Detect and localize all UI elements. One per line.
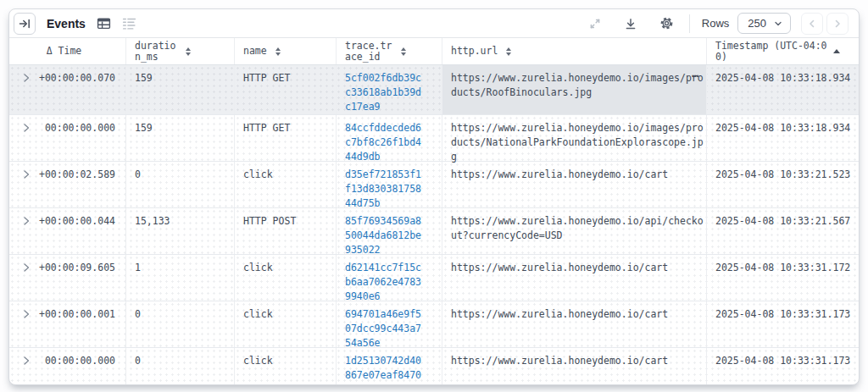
trace-id-link[interactable]: 1d25130742d40867e07eaf8470 [345, 354, 423, 383]
sort-icon [275, 47, 281, 56]
cell-duration-ms: 15,133 [126, 208, 235, 254]
cell-trace-id: 5cf002f6db39cc33618ab1b39dc17ea9 [337, 65, 442, 114]
column-header-name[interactable]: name [235, 38, 337, 64]
cell-delta-time: +00:00:00.070 [9, 65, 126, 114]
cell-trace-id: d62141cc7f15cb6aa7062e47839940e6 [337, 255, 442, 301]
table-view-toggle[interactable] [97, 16, 111, 30]
table-row[interactable]: 00:00:00.000159HTTP GET84ccfddecded6c7bf… [9, 115, 859, 162]
collapse-panel-button[interactable] [14, 13, 36, 35]
chevron-down-icon [774, 19, 782, 28]
sort-icon [401, 47, 406, 56]
cell-name: HTTP GET [235, 115, 337, 161]
table-icon [97, 16, 111, 30]
events-panel: Events [8, 8, 860, 385]
column-header-duration-ms[interactable]: duration_ms [126, 38, 235, 64]
cell-name: click [235, 301, 337, 347]
rows-per-page-value: 250 [748, 17, 766, 30]
cell-duration-ms: 1 [126, 255, 235, 301]
column-header-delta-time: Δ Time [9, 38, 126, 64]
cell-duration-ms: 159 [126, 65, 235, 114]
row-expand-chevron-icon[interactable] [21, 169, 35, 207]
cell-duration-ms: 0 [126, 162, 235, 207]
row-expand-chevron-icon[interactable] [21, 262, 35, 301]
cell-delta-time: 00:00:00.000 [9, 348, 126, 385]
table-row[interactable]: 00:00:00.0000click1d25130742d40867e07eaf… [9, 348, 859, 385]
cell-http-url: https://www.zurelia.honeydemo.io/api/che… [442, 208, 707, 254]
cell-name: HTTP POST [235, 208, 337, 254]
table-row[interactable]: +00:00:02.5890clickd35ef721853f1f13d8303… [9, 162, 859, 208]
rows-label: Rows [702, 17, 730, 30]
cell-http-url: https://www.zurelia.honeydemo.io/cart [442, 348, 707, 385]
events-toolbar: Events [9, 9, 859, 38]
page-title: Events [47, 17, 86, 30]
column-header-timestamp[interactable]: Timestamp (UTC-04:00) [707, 38, 859, 64]
cell-http-url: https://www.zurelia.honeydemo.io/images/… [442, 115, 707, 161]
cell-http-url: https://www.zurelia.honeydemo.io/cart [442, 255, 707, 301]
download-button[interactable] [624, 17, 637, 30]
next-page-button[interactable] [826, 13, 849, 35]
trace-id-link[interactable]: d35ef721853f1f13d83038175844d75b [345, 168, 423, 211]
cell-name: click [235, 255, 337, 301]
settings-button[interactable] [659, 16, 674, 30]
cell-delta-time: +00:00:00.044 [9, 208, 126, 254]
arrow-to-bar-icon [18, 17, 31, 30]
table-row[interactable]: +00:00:09.6051clickd62141cc7f15cb6aa7062… [9, 255, 859, 301]
cell-timestamp: 2025-04-08 10:33:31.173 [707, 348, 859, 385]
chevron-left-icon [807, 19, 817, 29]
cell-trace-id: 85f76934569a850044da6812be935022 [337, 208, 442, 254]
trace-id-link[interactable]: 84ccfddecded6c7bf8c26f1bd444d9db [345, 121, 423, 164]
column-header-trace-id[interactable]: trace.trace_id [337, 38, 442, 64]
prev-page-button[interactable] [801, 13, 823, 35]
cell-timestamp: 2025-04-08 10:33:21.523 [707, 162, 859, 207]
trace-view-toggle[interactable] [122, 16, 136, 30]
sort-icon [506, 47, 511, 56]
sort-icon [186, 47, 191, 56]
sorted-ascending-icon [833, 49, 840, 53]
cell-trace-id: 694701a46e9f507dcc99c443a754a56e [337, 301, 442, 347]
row-expand-chevron-icon[interactable] [21, 73, 35, 114]
table-header: Δ Timeduration_msnametrace.trace_idhttp.… [9, 38, 859, 65]
cell-timestamp: 2025-04-08 10:33:31.173 [707, 301, 859, 347]
cell-trace-id: 84ccfddecded6c7bf8c26f1bd444d9db [337, 115, 442, 161]
indented-rows-icon [122, 16, 136, 30]
row-expand-chevron-icon[interactable] [21, 356, 35, 385]
trace-id-link[interactable]: 5cf002f6db39cc33618ab1b39dc17ea9 [345, 71, 423, 114]
row-expand-chevron-icon[interactable] [21, 309, 35, 347]
column-header-http-url[interactable]: http.url [442, 38, 707, 64]
table-row[interactable]: +00:00:00.0010click694701a46e9f507dcc99c… [9, 301, 859, 348]
cell-overflow-menu-button[interactable]: ⋯ [692, 69, 698, 83]
chevron-right-icon [832, 19, 843, 29]
toolbar-divider [689, 14, 690, 33]
cell-timestamp: 2025-04-08 10:33:21.567 [707, 208, 859, 254]
cell-delta-time: +00:00:02.589 [9, 162, 126, 207]
cell-name: click [235, 348, 337, 385]
cell-duration-ms: 159 [126, 115, 235, 161]
trace-id-link[interactable]: d62141cc7f15cb6aa7062e47839940e6 [345, 261, 423, 304]
cell-trace-id: 1d25130742d40867e07eaf8470 [337, 348, 442, 385]
table-row[interactable]: +00:00:00.070159HTTP GET5cf002f6db39cc33… [9, 65, 859, 115]
cell-http-url: https://www.zurelia.honeydemo.io/cart [442, 301, 707, 347]
cell-timestamp: 2025-04-08 10:33:31.172 [707, 255, 859, 301]
download-icon [624, 17, 637, 30]
cell-duration-ms: 0 [126, 301, 235, 347]
cell-delta-time: +00:00:09.605 [9, 255, 126, 301]
cell-timestamp: 2025-04-08 10:33:18.934 [707, 115, 859, 161]
cell-delta-time: +00:00:00.001 [9, 301, 126, 347]
trace-id-link[interactable]: 694701a46e9f507dcc99c443a754a56e [345, 307, 423, 351]
gear-icon [659, 16, 674, 30]
cell-name: HTTP GET [235, 65, 337, 114]
cell-duration-ms: 0 [126, 348, 235, 385]
expand-button[interactable] [588, 17, 602, 30]
table-body: +00:00:00.070159HTTP GET5cf002f6db39cc33… [9, 65, 859, 385]
pagination [801, 13, 849, 35]
rows-per-page-dropdown[interactable]: 250 [737, 13, 791, 34]
cell-trace-id: d35ef721853f1f13d83038175844d75b [337, 162, 442, 207]
table-row[interactable]: +00:00:00.04415,133HTTP POST85f76934569a… [9, 208, 859, 255]
cell-http-url: https://www.zurelia.honeydemo.io/images/… [442, 65, 707, 114]
diagonal-arrows-icon [588, 17, 602, 30]
row-expand-chevron-icon[interactable] [21, 216, 35, 254]
trace-id-link[interactable]: 85f76934569a850044da6812be935022 [345, 214, 423, 257]
cell-delta-time: 00:00:00.000 [9, 115, 126, 161]
cell-name: click [235, 162, 337, 207]
row-expand-chevron-icon[interactable] [21, 123, 35, 161]
